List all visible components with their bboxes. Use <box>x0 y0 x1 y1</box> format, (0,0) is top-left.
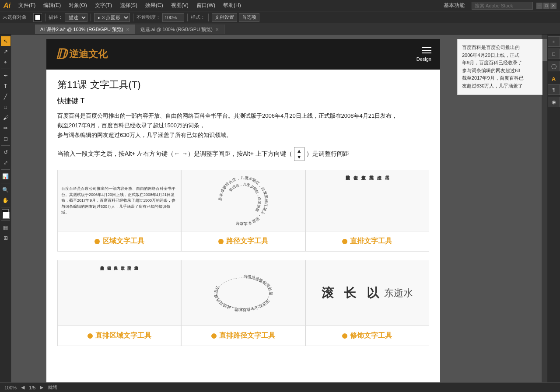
nav-next[interactable]: ▶ <box>40 385 43 390</box>
pencil-tool[interactable]: ✏ <box>1 123 10 133</box>
menu-help[interactable]: 帮助(H) <box>220 1 245 10</box>
path-text-label-row: 路径文字工具 <box>215 231 272 251</box>
logo-symbol: 𝔻 <box>55 46 66 63</box>
pen-tool[interactable]: ✒ <box>1 71 10 80</box>
type-tool[interactable]: T <box>1 81 10 91</box>
tab-0-close[interactable]: ✕ <box>126 27 130 32</box>
menu-object[interactable]: 对象(O) <box>65 1 90 10</box>
sep3 <box>91 14 91 21</box>
path-text-name: 路径文字工具 <box>226 237 268 246</box>
decorate-section: 滚 长 以 东逝水 修饰文字工具 <box>305 260 429 346</box>
scale-tool[interactable]: ⤢ <box>1 158 10 168</box>
menu-text[interactable]: 文字(T) <box>91 1 116 10</box>
lasso-tool[interactable]: ⌖ <box>1 57 10 67</box>
panel-btn4[interactable]: ¶ <box>548 84 560 95</box>
opacity-input[interactable] <box>162 13 184 22</box>
sep4 <box>133 14 133 21</box>
line-tool[interactable]: ╱ <box>1 92 10 102</box>
eraser-tool[interactable]: ◻ <box>1 134 10 144</box>
no-selection-label: 未选择对象 <box>3 14 27 21</box>
panel-ai-label: A <box>552 75 556 83</box>
doc-settings-button[interactable]: 文档设置 <box>212 13 237 22</box>
minimize-button[interactable]: ─ <box>536 3 542 9</box>
desc-line2: 截至2017年9月，百度百科已经收录了超过1500万的词条， <box>57 122 205 129</box>
graph-tool[interactable]: 📊 <box>1 172 10 181</box>
main-layout: ↖ ↗ ⌖ ✒ T ╱ □ 🖌 ✏ ◻ ↺ ⤢ 📊 🔍 ✋ ▦ ⊞ <box>0 35 560 392</box>
menu-window[interactable]: 窗口(W) <box>193 1 219 10</box>
ai-text: A <box>552 76 556 82</box>
background-color[interactable] <box>3 212 10 219</box>
v-area-dot <box>88 333 93 339</box>
stroke-fill-icon[interactable] <box>33 13 42 22</box>
hand-tool[interactable]: ✋ <box>1 196 10 205</box>
right-panel: ≡ □ ◯ A ¶ ◉ <box>547 35 560 392</box>
doc-header: 𝔻 逆迪文化 Design <box>46 39 440 70</box>
vertical-area-name: 直排区域文字工具 <box>95 331 151 340</box>
vertical-area-visual: 非是成败转头空 青山依旧在 风古今多少 江东逝水 几度夕阳 白发渔 <box>97 260 142 326</box>
vertical-path-demo: 当惜总是缘份深处留，滚滚红尘中你我相遇，此情可待成追忆 <box>182 260 304 326</box>
tool-sep1 <box>1 69 10 69</box>
tab-1-close[interactable]: ✕ <box>215 27 219 32</box>
tools-grid-top: 百度百科是百度公司推出的一部内容开放、自由的网络百科全书平台。其测试版于2006… <box>57 170 429 252</box>
opacity-label: 不透明度： <box>136 14 161 21</box>
workspace-label[interactable]: 基本功能 <box>440 1 468 10</box>
sep2 <box>45 14 46 21</box>
nav-prev[interactable]: ◀ <box>21 385 24 390</box>
tools-grid-bottom: 非是成败转头空 青山依旧在 风古今多少 江东逝水 几度夕阳 白发渔 直排区域文字… <box>57 260 429 346</box>
restore-button[interactable]: □ <box>543 3 550 9</box>
canvas-area: 𝔻 逆迪文化 Design 第11课 文字工具(T) 快捷键 T 百度百科是百度… <box>11 35 547 392</box>
hamburger-menu[interactable]: Design <box>416 47 431 62</box>
panel-btn2[interactable]: □ <box>548 49 560 59</box>
lesson-title: 第11课 文字工具(T) <box>57 78 429 91</box>
brush-select[interactable]: ▸ 3 点圆形 <box>94 13 130 22</box>
area-text-demo: 百度百科是百度公司推出的一部内容开放、自由的网络百科全书平台。其测试版于2006… <box>58 170 181 231</box>
decorate-label-row: 修饰文字工具 <box>339 326 396 346</box>
tool-sep4 <box>1 183 10 183</box>
sep6 <box>208 14 209 21</box>
area-text-name: 区域文字工具 <box>102 237 144 246</box>
menu-file[interactable]: 文件(F) <box>15 1 39 10</box>
rect-tool[interactable]: □ <box>1 102 10 112</box>
area-text-label-row: 区域文字工具 <box>91 231 148 251</box>
artboard-tool[interactable]: ⊞ <box>1 233 10 243</box>
tool-sep6 <box>1 220 10 221</box>
tool-sep2 <box>1 145 10 146</box>
brush-tool[interactable]: 🖌 <box>1 113 10 122</box>
tab-1[interactable]: 送选.ai @ 100% (RGB/GPU 预览) ✕ <box>135 24 224 34</box>
vertical-text-name: 直排文字工具 <box>350 237 392 246</box>
doc-logo: 𝔻 逆迪文化 <box>55 46 108 63</box>
path-text-visual: 是非成败转头空，几度夕阳红，白发渔樵江渚上，旧是非成败转 依旧在，几度夕阳红，白… <box>215 172 272 229</box>
doc-content: 第11课 文字工具(T) 快捷键 T 百度百科是百度公司推出的一部内容开放、自由… <box>46 70 440 355</box>
tool-sep5 <box>1 207 10 207</box>
page-info: 1/5 <box>29 385 35 390</box>
zoom-tool[interactable]: 🔍 <box>1 185 10 195</box>
search-input[interactable] <box>472 2 533 10</box>
direct-select-tool[interactable]: ↗ <box>1 47 10 56</box>
menu-view[interactable]: 视图(V) <box>168 1 192 10</box>
menu-edit[interactable]: 编辑(E) <box>40 1 64 10</box>
vertical-text-section: 旧是非成败转头空 青山依旧在 滚滚长江东逝水 浪花淘尽英 渔樵江渚 尽英雄 直排… <box>305 170 429 252</box>
zoom-level: 100% <box>4 385 17 390</box>
status-text: 就绪 <box>48 384 57 391</box>
panel-btn3[interactable]: ◯ <box>548 61 560 71</box>
path-dot <box>218 239 224 244</box>
scatter-select[interactable]: 描述 <box>65 13 88 22</box>
tab-1-label: 送选.ai @ 100% (RGB/GPU 预览) <box>140 26 213 33</box>
panel-btn1[interactable]: ≡ <box>548 36 560 47</box>
vertical-path-svg: 当惜总是缘份深处留，滚滚红尘中你我相遇，此情可待成追忆 <box>210 265 276 322</box>
panel-btn5[interactable]: ◉ <box>548 97 560 107</box>
tab-0[interactable]: AI-课件2.ai* @ 100% (RGB/GPU 预览) ✕ <box>35 24 135 34</box>
doc-description: 百度百科是百度公司推出的一部内容开放、自由的网络百科全书平台。其测试版于2006… <box>57 111 429 140</box>
close-button[interactable]: ✕ <box>550 3 556 9</box>
menu-select[interactable]: 选择(S) <box>116 1 141 10</box>
color-swatch[interactable] <box>1 209 10 219</box>
app-logo: Ai <box>4 2 10 10</box>
menu-bar-right: 基本功能 ─ □ ✕ <box>440 1 556 10</box>
rotate-tool[interactable]: ↺ <box>1 147 10 157</box>
decorate-text2: 东逝水 <box>384 287 413 300</box>
vertical-path-name: 直排路径文字工具 <box>219 331 275 340</box>
screen-mode[interactable]: ▦ <box>1 223 10 232</box>
select-tool[interactable]: ↖ <box>1 36 10 46</box>
menu-effect[interactable]: 效果(C) <box>142 1 167 10</box>
preferences-button[interactable]: 首选项 <box>239 13 259 22</box>
